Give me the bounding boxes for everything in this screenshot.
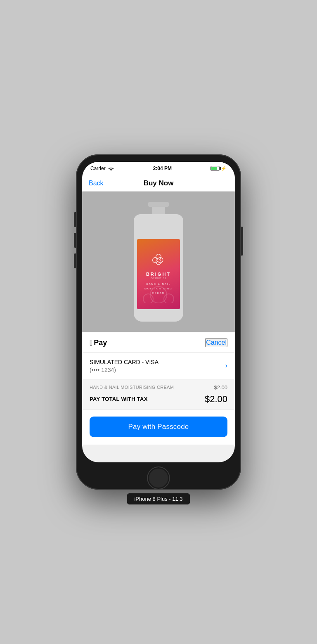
nav-bar: Back Buy Now [82, 175, 235, 192]
bottle-body: BRIGHT COSMETICS HAND & NAIL MOISTURISIN… [134, 214, 183, 322]
status-time: 2:04 PM [153, 166, 172, 171]
phone-device: Carrier 2:04 PM ⚡ Back Buy Now [76, 154, 241, 490]
chevron-right-icon: › [225, 362, 227, 369]
phone-screen: Carrier 2:04 PM ⚡ Back Buy Now [82, 162, 235, 462]
home-button[interactable] [147, 466, 170, 490]
pay-header:  Pay Cancel [82, 332, 235, 353]
bottle-logo-icon [151, 253, 166, 270]
pay-button-area: Pay with Passcode [82, 410, 235, 445]
bottle-label: BRIGHT COSMETICS HAND & NAIL MOISTURISIN… [137, 239, 180, 309]
pay-with-passcode-button[interactable]: Pay with Passcode [90, 417, 227, 437]
card-number: (•••• 1234) [90, 367, 158, 373]
cancel-button[interactable]: Cancel [205, 338, 227, 347]
bottle-sub-text: COSMETICS [151, 277, 167, 279]
svg-point-2 [143, 294, 153, 303]
apple-pay-logo:  Pay [90, 339, 107, 347]
carrier-label: Carrier [90, 166, 106, 171]
back-button[interactable]: Back [89, 180, 104, 187]
order-total-label: PAY TOTAL WITH TAX [90, 396, 148, 402]
card-row[interactable]: SIMULATED CARD - VISA (•••• 1234) › [82, 353, 235, 379]
order-total-row: PAY TOTAL WITH TAX $2.00 [90, 394, 227, 405]
product-image-area: BRIGHT COSMETICS HAND & NAIL MOISTURISIN… [82, 192, 235, 332]
battery-icon [211, 166, 220, 171]
order-item-row: HAND & NAIL MOISTURISING CREAM $2.00 [90, 384, 227, 391]
order-total-price: $2.00 [205, 394, 227, 405]
svg-point-0 [111, 170, 111, 171]
product-bottle: BRIGHT COSMETICS HAND & NAIL MOISTURISIN… [128, 202, 189, 322]
bottle-decoration [137, 280, 180, 305]
status-bar: Carrier 2:04 PM ⚡ [82, 162, 235, 175]
apple-icon:  [90, 339, 92, 347]
bottle-brand-text: BRIGHT [146, 272, 171, 277]
svg-point-3 [164, 294, 174, 303]
charging-icon: ⚡ [221, 166, 227, 171]
card-name: SIMULATED CARD - VISA [90, 358, 158, 367]
device-label: iPhone 8 Plus - 11.3 [127, 493, 190, 504]
pay-logo-text: Pay [94, 339, 107, 347]
order-item-price: $2.00 [214, 384, 227, 391]
order-item-label: HAND & NAIL MOISTURISING CREAM [90, 385, 174, 390]
status-left: Carrier [90, 166, 114, 171]
apple-pay-sheet:  Pay Cancel SIMULATED CARD - VISA (••••… [82, 332, 235, 445]
order-summary: HAND & NAIL MOISTURISING CREAM $2.00 PAY… [82, 379, 235, 410]
wifi-icon [108, 166, 114, 171]
page-title: Buy Now [144, 179, 174, 187]
card-info: SIMULATED CARD - VISA (•••• 1234) [90, 358, 158, 373]
status-right: ⚡ [211, 166, 227, 171]
